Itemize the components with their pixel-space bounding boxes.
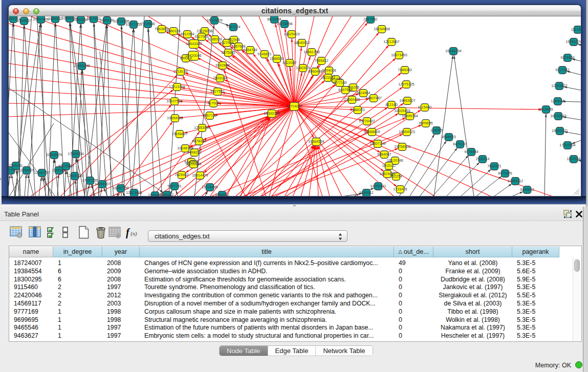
table-header-row: namein_degreeyeartitle△out_de...shortpag…	[9, 247, 574, 257]
application-window: citations_edges.txt 20553711904557206914…	[0, 0, 588, 372]
graph-node-label: 12353594	[194, 126, 210, 130]
table-cell-short: Stergiakouli et al. (2012)	[433, 292, 512, 300]
graph-node-label: 8813054	[267, 17, 281, 21]
graph-node-label: 16448794	[445, 49, 462, 53]
graph-node-label: 19218596	[276, 22, 293, 26]
table-cell-name: 9465546	[9, 324, 53, 332]
network-graph[interactable]: 2055371190455720691406108553210855287108…	[9, 16, 581, 196]
column-header-year[interactable]: year	[102, 247, 140, 257]
column-header-out_de[interactable]: △out_de...	[394, 247, 433, 257]
table-row[interactable]: 911546021997Tourette syndrome. Phenomeno…	[9, 283, 574, 292]
graph-node-label: 1085532	[48, 17, 62, 21]
table-row[interactable]: 969969511998Structural magnetic resonanc…	[9, 316, 574, 324]
select-columns-icon[interactable]	[47, 226, 60, 239]
graph-node-label: 1904557	[17, 19, 31, 23]
table-cell-pagerank: 5.6E-5	[512, 268, 559, 276]
table-row[interactable]: 1456911722003Disruption of a novel membe…	[9, 300, 574, 308]
graph-node-label: 1167534	[567, 157, 580, 161]
table-cell-title: Corpus callosum shape and size in male p…	[140, 308, 394, 316]
network-window-titlebar[interactable]: citations_edges.txt	[8, 5, 581, 16]
table-row[interactable]: 1872400712008Changes of HCN gene express…	[9, 259, 574, 268]
column-header-title[interactable]: title	[140, 247, 394, 257]
table-row[interactable]: 2242004622012Investigating the contribut…	[9, 292, 574, 300]
table-cell-title: Structural magnetic resonance image aver…	[140, 316, 394, 324]
show-column-icon[interactable]	[29, 226, 42, 239]
graph-node-label: 6794028	[322, 69, 336, 73]
column-header-pagerank[interactable]: pagerank	[512, 247, 559, 257]
right-margin-bottom	[583, 207, 588, 372]
table-panel-header: Table Panel	[0, 207, 588, 221]
table-row[interactable]: 946362711997Embryonic stem cells: a mode…	[9, 332, 574, 340]
resize-grip-icon[interactable]	[573, 188, 580, 195]
table-cell-out_de: 0	[394, 300, 433, 308]
graph-node-label: 17010504	[559, 143, 576, 147]
vertical-scrollbar[interactable]	[573, 258, 581, 341]
table-cell-out_de: 0	[394, 308, 433, 316]
table-cell-pagerank: 5.3E-5	[512, 283, 559, 292]
new-file-icon[interactable]	[77, 226, 91, 239]
close-panel-icon[interactable]	[575, 209, 583, 218]
graph-node-label: 14196141	[370, 184, 386, 188]
table-cell-out_de: 0	[394, 332, 433, 340]
graph-node-label: 9329966	[560, 56, 575, 60]
column-header-short[interactable]: short	[433, 247, 512, 257]
column-header-in_degree[interactable]: in_degree	[53, 247, 102, 257]
table-cell-title: Changes of HCN gene expression and I(f) …	[140, 259, 394, 268]
graph-node-label: 2335061	[9, 164, 23, 168]
table-row[interactable]: 1830029562008Estimation of significance …	[9, 276, 574, 284]
graph-node-label: 8938923	[442, 135, 456, 139]
table-cell-short: Hescheler et al. (1997)	[433, 332, 512, 340]
graph-node-label: 8912954	[180, 32, 194, 36]
graph-node-label: 12975125	[398, 82, 415, 86]
graph-node-label: 17359934	[68, 152, 84, 156]
float-panel-icon[interactable]	[563, 210, 572, 218]
pane-collapse-arrow[interactable]: ▸	[0, 177, 3, 182]
graph-node-label: 9245612	[520, 188, 534, 192]
table-cell-out_de: 0	[394, 283, 433, 292]
tab-network-table[interactable]: Network Table	[316, 346, 372, 356]
scrollbar-thumb[interactable]	[574, 259, 580, 272]
memory-status-label: Memory: OK	[535, 362, 571, 369]
table-row[interactable]: 946554611997Estimation of the future num…	[9, 324, 574, 332]
table-cell-title: Tourette syndrome. Phenomenology and cla…	[140, 283, 394, 292]
graph-node-label: 12213369	[169, 85, 185, 89]
table-cell-pagerank: 5.5E-5	[512, 292, 559, 300]
dropdown-arrows-icon	[338, 233, 342, 240]
graph-node-label: 11156829	[19, 168, 35, 172]
graph-node-label: 20206576	[46, 153, 62, 157]
tab-node-table[interactable]: Node Table	[220, 346, 268, 356]
delete-attribute-icon[interactable]	[94, 226, 107, 239]
graph-node-label: 10654112	[507, 179, 523, 183]
graph-node-label: 252254	[390, 174, 402, 179]
table-cell-year: 2008	[102, 259, 140, 268]
graph-node-label: 12942757	[34, 171, 50, 175]
table-row[interactable]: 977716911998Corpus callosum shape and si…	[9, 308, 574, 316]
table-cell-year: 2012	[102, 292, 140, 300]
graph-node-label: 6466160	[100, 18, 114, 23]
graph-node-label: 9474444	[464, 150, 478, 154]
delete-table-icon[interactable]	[108, 226, 122, 239]
attribute-table: namein_degreeyeartitle△out_de...shortpag…	[9, 246, 582, 342]
function-builder-icon[interactable]: f(x)	[126, 226, 140, 239]
graph-node-label: 20053346	[74, 64, 90, 68]
graph-node-label: 3875685	[221, 51, 235, 55]
graph-node-label: 16914479	[192, 173, 208, 178]
svg-text:(x): (x)	[130, 230, 137, 237]
graph-node-label: 8678334	[192, 139, 206, 143]
table-cell-short: Nakamura et al. (1997)	[433, 324, 512, 332]
column-header-name[interactable]: name	[9, 247, 53, 257]
table-cell-out_de: 0	[394, 268, 433, 276]
graph-node-label: 2718176	[173, 70, 188, 74]
graph-node-label: 9084067	[377, 152, 391, 157]
tab-edge-table[interactable]: Edge Table	[268, 346, 316, 356]
table-cell-in_degree: 1	[53, 332, 102, 340]
table-source-dropdown[interactable]: citations_edges.txt	[148, 230, 347, 242]
graph-node-label: 7625402	[175, 173, 189, 177]
row-height-icon[interactable]	[59, 226, 72, 239]
table-row[interactable]: 1938455462009Genome–wide association stu…	[9, 268, 574, 276]
sort-ascending-icon: △	[398, 249, 402, 254]
table-settings-icon[interactable]	[10, 226, 23, 239]
table-cell-in_degree: 1	[53, 316, 102, 324]
network-canvas[interactable]: 2055371190455720691406108553210855287108…	[9, 16, 581, 196]
network-window-title: citations_edges.txt	[9, 7, 581, 15]
